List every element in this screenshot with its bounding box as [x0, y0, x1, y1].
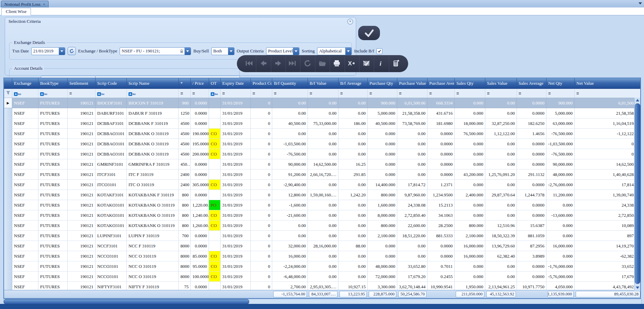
- grid-cell-net-value[interactable]: 2,72,850.40: [575, 210, 640, 221]
- col-header-price[interactable]: / Price: [191, 78, 209, 89]
- grid-cell-sales-value[interactable]: 0.00: [485, 108, 517, 118]
- col-header-product-code[interactable]: Product Code: [251, 78, 272, 89]
- grid-cell-purchase-average[interactable]: 0.0000: [428, 129, 455, 139]
- grid-cell-ot[interactable]: [209, 108, 221, 118]
- grid-cell-settlement[interactable]: 190121: [68, 190, 95, 200]
- grid-cell-b-f-average[interactable]: 0.00: [338, 261, 368, 272]
- grid-cell-net-qty[interactable]: -5,76,000.000: [546, 272, 575, 282]
- grid-cell-sales-qty[interactable]: 2,400.000: [455, 190, 485, 200]
- grid-cell-sales-qty[interactable]: 16,000.000: [455, 251, 485, 261]
- grid-cell-purchase-average[interactable]: 0.0000: [428, 139, 455, 149]
- grid-cell-purchase-average[interactable]: 0.0000: [428, 251, 455, 261]
- row-selector[interactable]: [4, 231, 12, 241]
- grid-cell-net-qty[interactable]: 0.000: [546, 221, 575, 231]
- row-selector[interactable]: [4, 149, 12, 159]
- col-header-ot[interactable]: OT: [209, 78, 221, 89]
- grid-cell-purchase-average[interactable]: 0.0000: [428, 149, 455, 159]
- grid-cell-product-code[interactable]: 0: [251, 210, 272, 221]
- grid-cell-scrip-name[interactable]: LUPIN F 310119: [127, 231, 179, 241]
- grid-cell-net-qty[interactable]: 0.000: [546, 231, 575, 241]
- grid-cell-[interactable]: 4500: [179, 118, 191, 129]
- grid-cell-booktype[interactable]: FUTURES: [38, 251, 68, 261]
- grid-cell-scrip-code[interactable]: LUPINF3101: [95, 231, 127, 241]
- first-record-button[interactable]: [242, 55, 256, 72]
- grid-cell-b-f-average[interactable]: 0.00: [338, 210, 368, 221]
- row-selector[interactable]: [4, 282, 12, 291]
- grid-cell-scrip-name[interactable]: KOTAKBANK O 310119: [127, 221, 179, 231]
- grid-cell-expiry-date[interactable]: 31/01/2019: [221, 221, 251, 231]
- grid-cell-product-code[interactable]: 0: [251, 139, 272, 149]
- grid-cell-booktype[interactable]: FUTURES: [38, 282, 68, 291]
- grid-cell-purchase-average[interactable]: 34.1063: [428, 210, 455, 221]
- grid-cell-ot[interactable]: [209, 241, 221, 251]
- grid-cell-ot[interactable]: CO: [209, 251, 221, 261]
- filter-cell-purchase-average[interactable]: =: [428, 89, 455, 98]
- grid-cell-net-value[interactable]: 1,16,04,519.00: [575, 118, 640, 129]
- grid-cell-sales-value[interactable]: 12,510.96: [485, 221, 517, 231]
- grid-cell-net-value[interactable]: 1,39,00,749.36: [575, 190, 640, 200]
- grid-cell-b-f-average[interactable]: 0.00: [338, 108, 368, 118]
- grid-cell-sales-qty[interactable]: 18,000.000: [455, 118, 485, 129]
- grid-cell-sales-value[interactable]: 1,12,122.00: [485, 129, 517, 139]
- grid-cell-exchange[interactable]: NSEF: [12, 159, 38, 169]
- row-selector[interactable]: [4, 261, 12, 272]
- grid-cell-booktype[interactable]: FUTURES: [38, 241, 68, 251]
- grid-cell-[interactable]: 450…: [179, 159, 191, 169]
- table-row[interactable]: NSEFFUTURES190121KOTAKF3101KOTAKBANK F 3…: [4, 190, 640, 200]
- grid-cell-ot[interactable]: CO: [209, 221, 221, 231]
- grid-cell-sales-average[interactable]: 182.6250: [517, 118, 546, 129]
- grid-cell-sales-qty[interactable]: 0.000: [455, 108, 485, 118]
- grid-cell-net-qty[interactable]: 5,000.000: [546, 108, 575, 118]
- filter-cell-b-f-quantity[interactable]: =: [272, 89, 308, 98]
- row-selector[interactable]: [4, 190, 12, 200]
- dropdown-arrow-icon[interactable]: [185, 48, 191, 55]
- grid-cell-net-qty[interactable]: -1,03,500.000: [546, 139, 575, 149]
- grid-cell-settlement[interactable]: 190121: [68, 282, 95, 291]
- grid-cell-sales-qty[interactable]: 0.000: [455, 200, 485, 210]
- grid-cell-purchase-value[interactable]: 24,338.08: [397, 200, 428, 210]
- grid-cell-exchange[interactable]: NSEF: [12, 221, 38, 231]
- grid-cell-b-f-average[interactable]: 0.00: [338, 129, 368, 139]
- grid-cell-sales-qty[interactable]: 2,100.000: [455, 231, 485, 241]
- grid-cell-exchange[interactable]: NSEF: [12, 108, 38, 118]
- txn-date-select[interactable]: 21/01/2019: [31, 47, 65, 55]
- grid-cell-purchase-value[interactable]: 0.00: [397, 149, 428, 159]
- grid-cell-exchange[interactable]: NSEF: [12, 149, 38, 159]
- grid-cell-ot[interactable]: [209, 118, 221, 129]
- table-row[interactable]: NSEFFUTURES190121LUPINF3101LUPIN F 31011…: [4, 231, 640, 241]
- grid-cell-b-f-quantity[interactable]: 12,800.00: [272, 190, 308, 200]
- grid-cell-b-f-quantity[interactable]: 0.00: [272, 231, 308, 241]
- grid-cell-product-code[interactable]: 0: [251, 149, 272, 159]
- grid-cell-net-qty[interactable]: 0.000: [546, 251, 575, 261]
- filter-cell-settlement[interactable]: =: [68, 89, 95, 98]
- grid-cell-b-f-quantity[interactable]: 32,000.00: [272, 241, 308, 251]
- grid-cell-scrip-name[interactable]: NIFTY F 310119: [127, 282, 179, 291]
- grid-cell-expiry-date[interactable]: 31/01/2019: [221, 108, 251, 118]
- grid-cell-ot[interactable]: [209, 231, 221, 241]
- dropdown-arrow-icon[interactable]: [345, 48, 351, 55]
- col-header-exchange[interactable]: Exchange: [12, 78, 38, 89]
- table-row[interactable]: NSEFFUTURES190121NCCO3101NCC O 310119800…: [4, 272, 640, 282]
- grid-cell-sales-value[interactable]: 0.00: [485, 210, 517, 221]
- grid-cell-sales-qty[interactable]: 0.000: [455, 272, 485, 282]
- grid-cell-sales-value[interactable]: 29,87,370.64: [485, 190, 517, 200]
- dropdown-arrow-icon[interactable]: [228, 48, 234, 55]
- grid-cell-exchange[interactable]: NSEF: [12, 169, 38, 180]
- grid-cell-net-qty[interactable]: -76,500.000: [546, 129, 575, 139]
- grid-cell-[interactable]: 800: [179, 190, 191, 200]
- filter-cell-b-f-value[interactable]: =: [308, 89, 338, 98]
- grid-cell-scrip-name[interactable]: KOTAKBANK O 310119: [127, 200, 179, 210]
- grid-cell-b-f-average[interactable]: 0.00: [338, 98, 368, 108]
- grid-cell-booktype[interactable]: FUTURES: [38, 231, 68, 241]
- grid-cell-scrip-name[interactable]: NCC O 310119: [127, 251, 179, 261]
- grid-cell-ot[interactable]: CO: [209, 261, 221, 272]
- grid-cell-net-qty[interactable]: -1,76,000.000: [546, 261, 575, 272]
- grid-cell-booktype[interactable]: FUTURES: [38, 159, 68, 169]
- grid-cell-net-value[interactable]: -1,12,122.00: [575, 129, 640, 139]
- row-selector[interactable]: ▶: [4, 98, 12, 108]
- grid-cell-scrip-name[interactable]: ITC F 310119: [127, 169, 179, 180]
- grid-cell-booktype[interactable]: FUTURES: [38, 149, 68, 159]
- output-criteria-select[interactable]: Product Level: [266, 47, 299, 55]
- grid-cell-b-f-quantity[interactable]: 91,200.00: [272, 169, 308, 180]
- grid-cell-purchase-qty[interactable]: 0.000: [368, 251, 397, 261]
